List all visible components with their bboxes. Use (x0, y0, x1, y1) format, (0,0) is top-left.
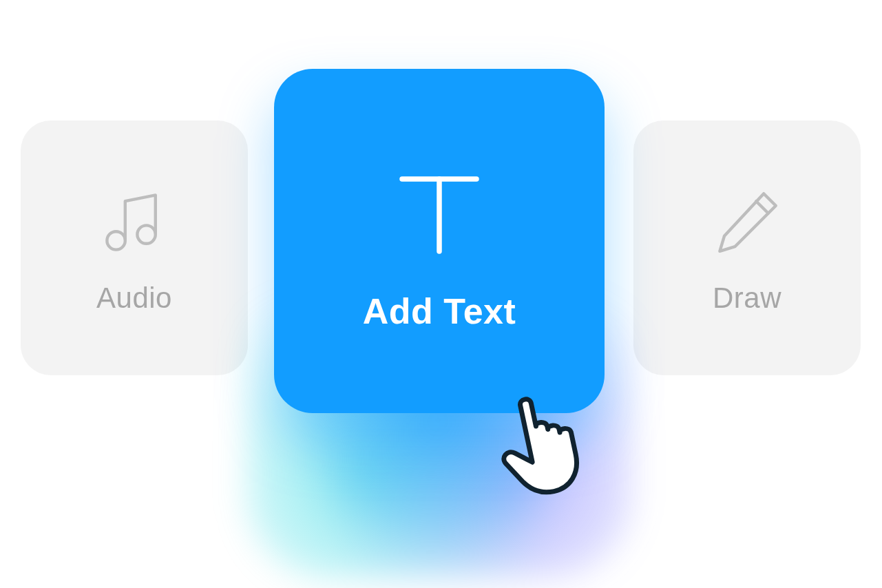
audio-tile[interactable]: Audio (21, 120, 248, 375)
text-t-icon (384, 157, 494, 267)
tool-tiles-stage: Audio Add Text Draw (0, 0, 882, 588)
audio-tile-label: Audio (96, 282, 172, 315)
add-text-tile-label: Add Text (363, 291, 516, 332)
svg-point-1 (137, 225, 155, 243)
add-text-tile[interactable]: Add Text (274, 69, 605, 413)
pencil-icon (706, 181, 788, 264)
draw-tile-label: Draw (713, 282, 781, 315)
add-text-tile-wrap: Add Text (267, 34, 611, 516)
music-note-icon (93, 181, 176, 264)
draw-tile[interactable]: Draw (633, 120, 861, 375)
svg-point-0 (107, 231, 125, 249)
